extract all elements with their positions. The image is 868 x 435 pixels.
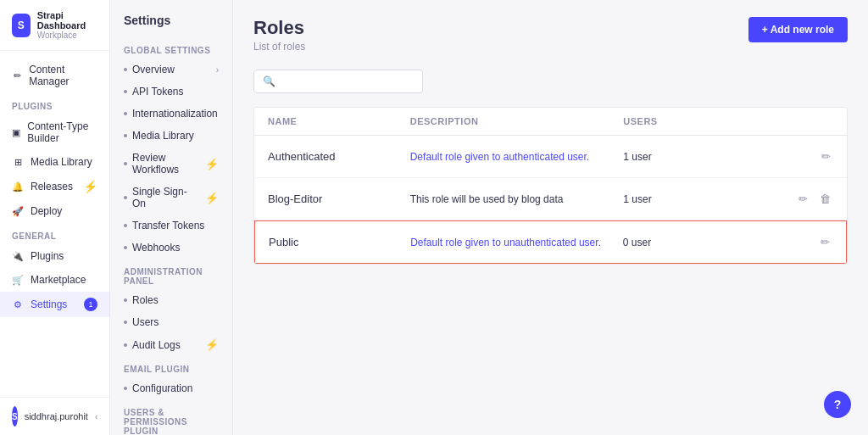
row-actions: ✏ [765,148,833,165]
user-avatar: S [12,406,18,427]
sidebar-item-settings[interactable]: ⚙ Settings 1 [0,292,109,317]
role-description: This role will be used by blog data [410,193,624,205]
page-title-block: Roles List of roles [253,17,305,53]
dot-icon [124,387,127,390]
sidebar-item-label: Content Manager [29,64,97,87]
up-plugin-label: Users & Permissions Plugin [110,399,232,435]
dot-icon [124,224,127,227]
global-settings-label: Global Settings [110,37,232,59]
media-library-icon: ⊞ [12,156,24,168]
sidebar-item-content-manager[interactable]: ✏ Content Manager [0,58,109,93]
role-users: 1 user [623,151,765,163]
sidebar-footer: S siddhraj.purohit ‹ [0,397,109,435]
content-type-icon: ▣ [12,126,20,138]
sidebar-item-marketplace[interactable]: 🛒 Marketplace [0,268,109,292]
add-new-role-button[interactable]: + Add new role [748,17,848,42]
sidebar-item-label: Deploy [31,205,62,217]
help-button[interactable]: ? [824,391,851,418]
dot-icon [124,321,127,324]
middle-item-roles[interactable]: Roles [110,289,232,311]
page-title: Roles [253,17,305,39]
item-label: Webhooks [132,242,180,254]
search-input[interactable] [281,75,414,87]
releases-icon: 🔔 [12,181,24,192]
app-logo: S [12,14,31,37]
middle-item-transfer-tokens[interactable]: Transfer Tokens [110,215,232,237]
role-name: Blog-Editor [268,192,410,205]
sidebar-item-label: Marketplace [31,274,86,286]
roles-table: Name Description Users Authenticated Def… [253,107,848,265]
role-users: 0 user [623,237,765,248]
item-label: Media Library [132,130,194,142]
sidebar-item-content-type-builder[interactable]: ▣ Content-Type Builder [0,114,109,150]
collapse-icon[interactable]: ‹ [95,412,97,421]
delete-icon[interactable]: 🗑 [817,190,833,208]
item-label: Audit Logs [132,339,181,351]
search-bar[interactable]: 🔍 [253,70,423,93]
item-label: Transfer Tokens [132,220,204,231]
item-label: Overview [132,64,175,75]
col-name: Name [268,116,410,126]
table-row: Authenticated Default role given to auth… [254,136,847,178]
middle-item-single-sign-on[interactable]: Single Sign-On ⚡ [110,181,232,215]
sidebar-nav: ✏ Content Manager Plugins ▣ Content-Type… [0,51,109,397]
page-header: Roles List of roles + Add new role [253,17,848,53]
item-label: API Tokens [132,86,183,98]
col-description: Description [410,116,624,126]
edit-icon[interactable]: ✏ [819,148,833,165]
deploy-icon: 🚀 [12,205,24,217]
item-label: Users [132,316,159,328]
col-users: Users [623,116,765,126]
dot-icon [124,162,127,165]
admin-panel-label: Administration Panel [110,259,232,289]
middle-item-users[interactable]: Users [110,311,232,333]
row-actions: ✏ [765,233,832,251]
middle-item-overview[interactable]: Overview › [110,59,232,81]
item-label: Internationalization [132,108,218,120]
chevron-right-icon: › [216,65,219,75]
plugins-icon: 🔌 [12,250,24,262]
sidebar-item-releases[interactable]: 🔔 Releases ⚡ [0,174,109,199]
sidebar-item-plugins[interactable]: 🔌 Plugins [0,244,109,268]
edit-icon[interactable]: ✏ [818,233,832,251]
middle-item-audit-logs[interactable]: Audit Logs ⚡ [110,333,232,356]
middle-item-api-tokens[interactable]: API Tokens [110,81,232,103]
edit-icon[interactable]: ✏ [796,190,810,208]
item-label: Roles [132,294,159,306]
dot-icon [124,343,127,347]
sidebar-item-label: Releases [31,181,73,192]
settings-icon: ⚙ [12,298,24,310]
general-section-label: General [0,223,109,244]
middle-item-configuration[interactable]: Configuration [110,377,232,399]
settings-badge: 1 [84,298,97,311]
middle-item-internationalization[interactable]: Internationalization [110,103,232,125]
app-info: Strapi Dashboard Workplace [37,10,97,40]
middle-item-webhooks[interactable]: Webhooks [110,237,232,259]
marketplace-icon: 🛒 [12,274,24,286]
lightning-icon: ⚡ [205,158,219,170]
settings-title: Settings [110,0,232,37]
role-name: Public [269,236,410,248]
role-description: Default role given to unauthenticated us… [410,237,623,248]
sidebar-item-label: Settings [31,298,67,310]
search-icon: 🔍 [263,75,275,87]
app-name: Strapi Dashboard [37,10,97,31]
item-label: Configuration [132,382,192,394]
middle-item-media-library[interactable]: Media Library [110,125,232,147]
middle-panel: Settings Global Settings Overview › API … [110,0,233,435]
sidebar-item-label: Media Library [31,156,92,168]
main-content: Roles List of roles + Add new role 🔍 Nam… [233,0,868,435]
middle-item-review-workflows[interactable]: Review Workflows ⚡ [110,147,232,181]
plugins-section-label: Plugins [0,93,109,114]
table-row: Blog-Editor This role will be used by bl… [254,178,847,220]
role-users: 1 user [623,193,765,205]
sidebar-item-deploy[interactable]: 🚀 Deploy [0,199,109,223]
app-workspace: Workplace [37,31,97,40]
sidebar-item-media-library[interactable]: ⊞ Media Library [0,150,109,174]
email-plugin-label: Email Plugin [110,356,232,377]
dot-icon [124,68,127,71]
dot-icon [124,134,127,137]
releases-badge: ⚡ [83,180,97,193]
table-row-highlighted: Public Default role given to unauthentic… [254,220,847,264]
username: siddhraj.purohit [25,411,88,421]
